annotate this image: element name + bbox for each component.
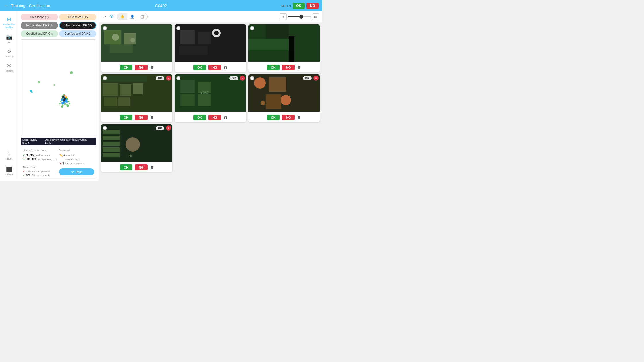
svg-rect-62 [269,77,286,92]
card-5-dr-badge: DR [229,76,238,80]
sidebar-bottom: ℹ About ⬛ Logout [4,148,14,179]
sidebar-item-inspection-families[interactable]: ⊞ Inspection families [0,14,18,32]
card-2-ng-button[interactable]: NG [208,65,221,70]
card-3-ok-button[interactable]: OK [267,65,280,70]
card-4-ng-button[interactable]: NG [135,115,148,120]
svg-point-9 [68,101,70,102]
card-5-ok-button[interactable]: OK [193,115,206,120]
card-6-dr-close-button[interactable]: × [313,76,319,81]
card-5-ng-button[interactable]: NG [208,115,221,120]
card-1-ng-button[interactable]: NG [135,65,148,70]
tool-btn-3[interactable]: 📋 [137,13,147,20]
svg-point-22 [61,102,64,104]
tool-btn-1[interactable]: 🔔 [117,13,127,20]
card-5-delete-button[interactable]: 🗑 [223,115,227,120]
zoom-slider[interactable] [288,16,311,17]
card-7-ok-button[interactable]: OK [120,164,133,170]
card-2-delete-button[interactable]: 🗑 [223,65,227,70]
card-7-select-dot[interactable] [103,126,107,130]
svg-rect-45 [266,24,289,39]
card-4-image-area: DR × [101,74,172,113]
card-4-select-dot[interactable] [103,76,107,80]
card-1-delete-button[interactable]: 🗑 [150,65,154,70]
svg-point-36 [130,38,135,42]
svg-rect-52 [118,97,130,106]
ng-filter-button[interactable]: NG [306,3,319,9]
card-1-select-dot[interactable] [103,26,107,30]
svg-point-26 [64,95,66,97]
svg-point-42 [214,31,219,35]
center-title: C0402 [155,3,167,8]
card-7-delete-button[interactable]: 🗑 [150,165,154,170]
sidebar-item-about[interactable]: ℹ About [4,148,14,163]
filter-buttons: DR escape (3) DR false call (15) Not cer… [21,14,96,37]
filter-dr-escape[interactable]: DR escape (3) [21,14,58,20]
sidebar-item-logout[interactable]: ⬛ Logout [4,164,14,179]
scatter-plot[interactable] [21,39,96,136]
card-3-delete-button[interactable]: 🗑 [297,65,301,70]
card-6-ok-button[interactable]: OK [267,115,280,120]
card-5-dr-close-button[interactable]: × [240,76,245,81]
model-name: DeepReview model [22,138,45,144]
model-version: DeepReview Chip (1.0.0) 2024/08/29 11:42 [45,138,95,144]
svg-point-29 [70,71,73,74]
image-toolbar: ↩ 👁 🔔 👤 📋 ⊞ ▭ [99,11,322,22]
card-6-select-dot[interactable] [250,76,254,80]
tool-btn-2[interactable]: 👤 [127,13,137,20]
filter-not-certified-ng[interactable]: ✓ Not certified, DR NG [59,22,97,29]
zoom-control [288,13,311,20]
svg-rect-58 [198,94,211,106]
card-6-delete-button[interactable]: 🗑 [297,115,301,120]
filter-not-certified-ok[interactable]: Not certified, DR OK [21,22,58,29]
edit-icon: ✏️ [59,154,63,157]
card-3-select-dot[interactable] [250,26,254,30]
trained-on-label: Trained on: [23,166,58,169]
back-button[interactable]: ← [3,3,9,9]
undo-button[interactable]: ↩ [102,13,107,20]
card-7-dr-badge: DR [156,126,164,130]
svg-point-1 [31,91,33,93]
filter-certified-ok[interactable]: Certified and DR OK [21,30,58,37]
sidebar-item-logout-label: Logout [5,173,13,176]
card-1-ok-button[interactable]: OK [120,65,133,70]
card-7-ng-button[interactable]: NG [135,164,148,170]
performance-check-icon: ✓ [23,154,25,157]
svg-point-28 [38,81,40,83]
svg-rect-39 [198,32,211,44]
main-layout: ⊞ Inspection families 📷 Live ⚙ Settings … [0,11,322,181]
svg-rect-67 [103,130,120,134]
svg-rect-44 [248,39,294,50]
card-3-image-area [248,24,320,63]
sidebar-item-settings[interactable]: ⚙ Settings [0,46,18,61]
card-2-image-area [175,24,246,63]
svg-point-25 [63,99,65,101]
card-4-dr-badge: DR [156,76,164,80]
filter-dr-false-call[interactable]: DR false call (15) [59,14,97,20]
card-2-ok-button[interactable]: OK [193,65,206,70]
ng-new-x-icon: ✕ [59,162,61,165]
card-3-ng-button[interactable]: NG [282,65,295,70]
ok-filter-button[interactable]: OK [293,3,305,9]
stats-new-data: New data ✏️ 4 certified components ✕ 3 N… [59,149,95,177]
train-button[interactable]: ⟳ Train [59,168,95,175]
stats-grid: DeepReview model ✓ 95.9% performance 🛡 1… [23,149,94,177]
sidebar-item-live[interactable]: 📷 Live [0,32,18,46]
card-6-ng-button[interactable]: NG [282,115,295,120]
filter-certified-ng[interactable]: Certified and DR NG [59,30,97,37]
left-panel: DR escape (3) DR false call (15) Not cer… [18,11,99,181]
card-4-ok-button[interactable]: OK [120,115,133,120]
grid-view-button[interactable]: ⊞ [280,13,287,20]
sidebar-item-review[interactable]: 👁 Review [0,61,18,75]
svg-point-15 [59,103,61,104]
ok-count: 370 [26,174,30,177]
svg-rect-71 [103,153,120,157]
card-7-image-area: DR × 00 [101,124,172,163]
sidebar: ⊞ Inspection families 📷 Live ⚙ Settings … [0,11,18,181]
eye-button[interactable]: 👁 [109,13,115,20]
svg-point-14 [69,103,70,104]
svg-rect-64 [266,94,281,109]
list-view-button[interactable]: ▭ [312,13,319,20]
card-4-delete-button[interactable]: 🗑 [150,115,154,120]
view-toggle: ⊞ ▭ [280,13,319,20]
performance-label: performance [35,154,50,157]
